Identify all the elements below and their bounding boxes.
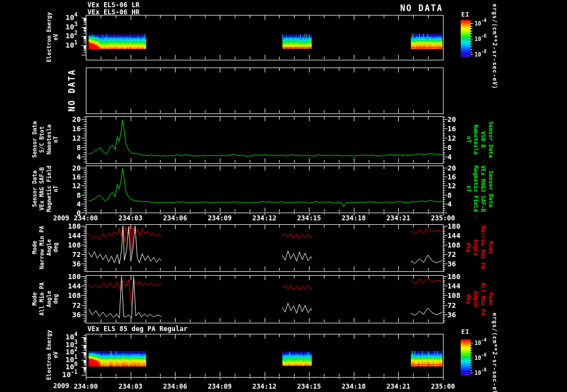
panel4-left-label-line4: nT — [53, 185, 59, 192]
panel3-right-label-line4: nT — [466, 136, 472, 143]
panel4-left-label-line1: Sensor Data — [32, 171, 38, 207]
panel7-ylabel-line2: eV — [53, 352, 59, 358]
panel3-right-label-line2: VSO B — [480, 131, 486, 148]
panel2-no-data-label: NO DATA — [67, 69, 77, 111]
panel3-left-label-line4: nT — [53, 136, 59, 143]
panel1-ylabel-line2: eV — [53, 34, 59, 40]
panel7-ylabel-line1: Electron Energy — [46, 330, 52, 380]
colorbar2-title: EI — [461, 328, 470, 336]
panel5-right-label-line1: Mode — [488, 241, 494, 254]
panel3-left-label-line2: S/C Btot — [39, 126, 45, 153]
panel5-right-label-line3: Angle — [473, 239, 479, 256]
panel4-left-label-line2: VEx MAG SAF-B — [39, 167, 45, 210]
panel3-left-label-line1: Sensor Data — [32, 121, 38, 158]
panel1-ylabel-line1: Electron Energy — [46, 12, 52, 62]
panel6-right-label-line1: Mode — [488, 292, 494, 306]
panel3-left-label-line3: Nanotesla — [46, 125, 52, 154]
panel4-right-label-line3: Magnetic Field — [473, 166, 479, 212]
panel4-right-label-line2: VEx MAG3 SAF-B — [480, 166, 486, 212]
panel4-right-label-line4: nT — [466, 185, 472, 192]
panel7-title: VEx ELS 85 deg PA Regular — [87, 325, 188, 333]
panel6-left-label-line1: Mode — [32, 292, 38, 306]
panel5-left-label-line4: deg — [53, 243, 59, 252]
panel6-left-label-line4: deg — [53, 294, 59, 304]
panel5-right-label-line4: deg — [466, 243, 472, 252]
panel6-right-label-line2: All Max PA — [480, 282, 486, 316]
panel3-right-label-line3: Nanotesla — [473, 125, 479, 154]
panel5-left-label-line1: Mode — [32, 241, 38, 254]
panel6-left-label-line3: Angle — [46, 291, 52, 307]
panel5-left-label-line2: Narrow Min PA — [39, 226, 45, 269]
panel5-right-label-line2: Narrow Max PA — [480, 226, 486, 269]
year-label-top-axis: 2009 — [53, 214, 69, 222]
panel6-right-label-line3: Angle — [473, 291, 479, 307]
colorbar2-unit: ergs/(cm**2-sr-sec-eV) — [492, 313, 498, 392]
panel4-right-label-line1: Sensor Data — [488, 171, 494, 207]
colorbar1-title: EI — [461, 11, 470, 18]
plot-page: VEx ELS-06 LR VEx ELS-06 HR NO DATA EI e… — [0, 0, 567, 392]
year-label-bottom-axis: 2009 — [53, 382, 69, 390]
panel6-right-label-line4: deg — [466, 294, 472, 304]
panel3-right-label-line1: Sensor Data — [488, 121, 494, 158]
colorbar1-unit: ergs/(cm**2-sr-sec-eV) — [492, 4, 498, 89]
panel4-left-label-line3: Magnetic Field — [46, 166, 52, 212]
panel6-left-label-line2: All Min PA — [39, 282, 45, 316]
top-no-data-label: NO DATA — [360, 3, 443, 13]
panel5-left-label-line3: Angle — [46, 239, 52, 256]
panel1-title-line1: VEx ELS-06 LR — [87, 1, 140, 9]
panel1-title-line2: VEx ELS-06 HR — [87, 8, 140, 16]
